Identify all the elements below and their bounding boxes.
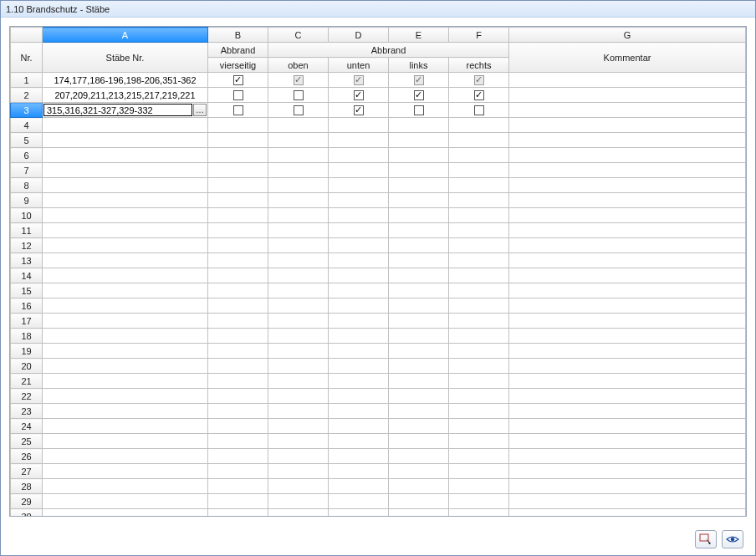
cell-unten[interactable]	[329, 434, 389, 449]
cell-kommentar[interactable]	[509, 88, 746, 103]
cell-rechts[interactable]	[449, 329, 509, 344]
cell-unten[interactable]	[329, 419, 389, 434]
row-header[interactable]: 25	[11, 434, 43, 449]
cell-oben[interactable]	[268, 178, 329, 193]
cell-kommentar[interactable]	[509, 494, 746, 509]
cell-kommentar[interactable]	[509, 464, 746, 479]
cell-vierseitig[interactable]	[208, 103, 268, 118]
header-kommentar[interactable]: Kommentar	[509, 43, 746, 73]
cell-links[interactable]	[389, 283, 449, 298]
cell-staebe[interactable]: 207,209,211,213,215,217,219,221	[43, 88, 208, 103]
header-rechts[interactable]: rechts	[449, 58, 509, 73]
cell-rechts[interactable]	[449, 148, 509, 163]
cell-links[interactable]	[389, 238, 449, 253]
cell-links[interactable]	[389, 434, 449, 449]
header-links[interactable]: links	[389, 58, 449, 73]
row-header[interactable]: 19	[11, 344, 43, 359]
cell-kommentar[interactable]	[509, 509, 746, 518]
cell-unten[interactable]	[329, 479, 389, 494]
cell-vierseitig[interactable]	[208, 434, 268, 449]
cell-kommentar[interactable]	[509, 253, 746, 268]
cell-rechts[interactable]	[449, 494, 509, 509]
cell-rechts[interactable]	[449, 283, 509, 298]
cell-oben[interactable]	[268, 494, 329, 509]
cell-oben[interactable]	[268, 118, 329, 133]
row-header[interactable]: 23	[11, 404, 43, 419]
cell-kommentar[interactable]	[509, 133, 746, 148]
cell-unten[interactable]	[329, 464, 389, 479]
cell-oben[interactable]	[268, 223, 329, 238]
cell-rechts[interactable]	[449, 479, 509, 494]
cell-unten[interactable]	[329, 344, 389, 359]
grid-scroll[interactable]: A B C D E F G Nr. Stäbe Nr. Abbrand Abbr…	[9, 26, 747, 517]
cell-staebe[interactable]	[43, 479, 208, 494]
cell-staebe[interactable]	[43, 404, 208, 419]
col-header-F[interactable]: F	[449, 28, 509, 43]
cell-links[interactable]	[389, 374, 449, 389]
cell-links[interactable]	[389, 419, 449, 434]
cell-oben[interactable]	[268, 103, 329, 118]
row-header[interactable]: 28	[11, 479, 43, 494]
staebe-pick-button[interactable]: …	[193, 104, 207, 116]
cell-oben[interactable]	[268, 314, 329, 329]
row-header[interactable]: 14	[11, 268, 43, 283]
cell-links[interactable]	[389, 509, 449, 518]
cell-rechts[interactable]	[449, 434, 509, 449]
row-header[interactable]: 4	[11, 118, 43, 133]
cell-vierseitig[interactable]	[208, 404, 268, 419]
cell-oben[interactable]	[268, 329, 329, 344]
col-header-G[interactable]: G	[509, 28, 746, 43]
cell-vierseitig[interactable]	[208, 223, 268, 238]
row-header[interactable]: 9	[11, 193, 43, 208]
cell-staebe[interactable]	[43, 434, 208, 449]
cell-rechts[interactable]	[449, 178, 509, 193]
cell-staebe[interactable]	[43, 253, 208, 268]
col-header-A[interactable]: A	[43, 28, 208, 43]
cell-kommentar[interactable]	[509, 314, 746, 329]
checkbox-rechts[interactable]	[474, 90, 484, 100]
row-header[interactable]: 3	[11, 103, 43, 118]
cell-rechts[interactable]	[449, 298, 509, 314]
cell-oben[interactable]	[268, 208, 329, 223]
cell-links[interactable]	[389, 404, 449, 419]
cell-oben[interactable]	[268, 253, 329, 268]
show-in-view-button[interactable]	[722, 530, 743, 548]
checkbox-vierseitig[interactable]	[233, 75, 243, 85]
cell-kommentar[interactable]	[509, 103, 746, 118]
cell-vierseitig[interactable]	[208, 148, 268, 163]
checkbox-vierseitig[interactable]	[233, 90, 243, 100]
cell-rechts[interactable]	[449, 509, 509, 518]
cell-links[interactable]	[389, 268, 449, 283]
header-staebe[interactable]: Stäbe Nr.	[43, 43, 208, 73]
cell-links[interactable]	[389, 329, 449, 344]
cell-unten[interactable]	[329, 494, 389, 509]
cell-links[interactable]	[389, 449, 449, 464]
cell-kommentar[interactable]	[509, 329, 746, 344]
cell-links[interactable]	[389, 314, 449, 329]
cell-vierseitig[interactable]	[208, 163, 268, 178]
cell-kommentar[interactable]	[509, 419, 746, 434]
cell-staebe[interactable]	[43, 389, 208, 404]
checkbox-rechts[interactable]	[474, 105, 484, 115]
row-header[interactable]: 8	[11, 178, 43, 193]
cell-vierseitig[interactable]	[208, 389, 268, 404]
cell-unten[interactable]	[329, 329, 389, 344]
header-abbrand1[interactable]: Abbrand	[208, 43, 268, 58]
cell-kommentar[interactable]	[509, 118, 746, 133]
pick-from-graphic-button[interactable]	[695, 530, 717, 548]
cell-kommentar[interactable]	[509, 434, 746, 449]
cell-oben[interactable]	[268, 479, 329, 494]
cell-staebe[interactable]	[43, 494, 208, 509]
cell-staebe[interactable]	[43, 314, 208, 329]
header-nr[interactable]: Nr.	[11, 43, 43, 73]
row-header[interactable]: 27	[11, 464, 43, 479]
cell-kommentar[interactable]	[509, 208, 746, 223]
cell-rechts[interactable]	[449, 73, 509, 88]
cell-rechts[interactable]	[449, 419, 509, 434]
cell-oben[interactable]	[268, 434, 329, 449]
cell-unten[interactable]	[329, 389, 389, 404]
cell-unten[interactable]	[329, 314, 389, 329]
cell-links[interactable]	[389, 118, 449, 133]
cell-vierseitig[interactable]	[208, 268, 268, 283]
cell-links[interactable]	[389, 163, 449, 178]
